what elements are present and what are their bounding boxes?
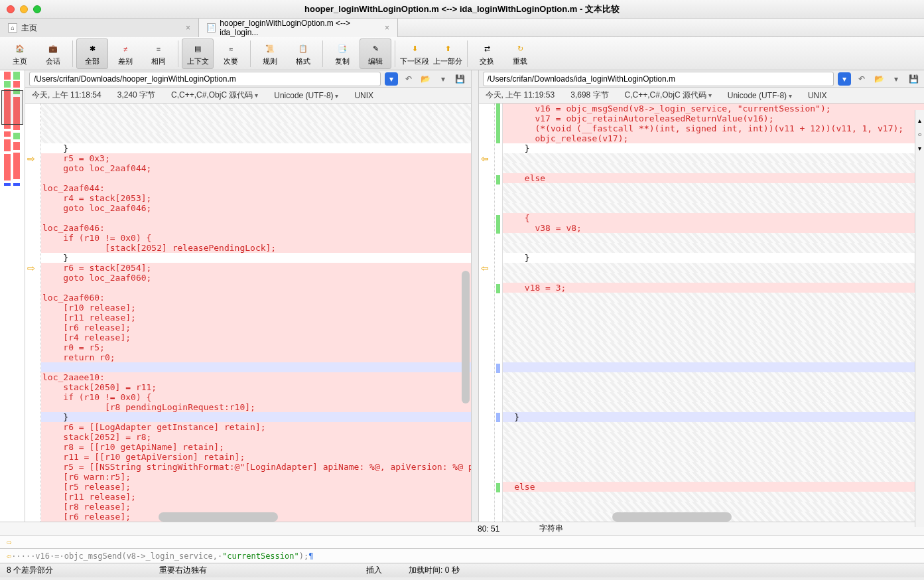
code-line[interactable] <box>41 113 471 123</box>
code-line[interactable]: r6 = [[LogAdapter getInstance] retain]; <box>41 422 471 432</box>
code-line[interactable]: r11 = [[r10 getApiVersion] retain]; <box>41 452 471 462</box>
code-line[interactable] <box>503 183 925 193</box>
undo-icon[interactable]: ↶ <box>402 72 415 86</box>
meta-lang-dropdown[interactable]: C,C++,C#,ObjC 源代码 <box>625 90 712 101</box>
copy-button[interactable]: 📑复制 <box>326 38 358 69</box>
code-line[interactable] <box>503 303 925 313</box>
code-line[interactable] <box>503 263 925 273</box>
minor-button[interactable]: ≈次要 <box>215 38 247 69</box>
code-line[interactable]: r6 = stack[2054]; <box>41 263 471 273</box>
code-line[interactable]: } <box>503 253 925 263</box>
code-line[interactable] <box>503 203 925 213</box>
code-line[interactable]: if (r10 != 0x0) { <box>41 233 471 243</box>
all-button[interactable]: ✱全部 <box>76 38 108 69</box>
code-line[interactable] <box>41 123 471 133</box>
dropdown-icon[interactable]: ▾ <box>838 72 851 86</box>
code-line[interactable]: } <box>503 412 925 422</box>
code-line[interactable] <box>503 193 925 203</box>
code-line[interactable] <box>41 173 471 183</box>
code-line[interactable]: { <box>503 213 925 223</box>
code-line[interactable] <box>503 293 925 303</box>
code-line[interactable]: [r11 release]; <box>41 313 471 323</box>
diff-button[interactable]: ≠差别 <box>109 38 141 69</box>
code-line[interactable]: loc_2aaee10: <box>41 372 471 382</box>
undo-icon[interactable]: ↶ <box>855 72 868 86</box>
code-line[interactable]: return r0; <box>41 352 471 362</box>
tab-home[interactable]: ⌂ 主页 × <box>0 19 199 37</box>
diff-arrow-icon[interactable]: ⇨ <box>27 263 35 273</box>
code-line[interactable]: r5 = 0x3; <box>41 153 471 163</box>
code-line[interactable]: loc_2aaf060: <box>41 293 471 303</box>
code-line[interactable] <box>503 402 925 412</box>
code-line[interactable]: [r8 release]; <box>41 502 471 512</box>
code-line[interactable]: [r5 release]; <box>41 482 471 492</box>
code-line[interactable]: } <box>41 143 471 153</box>
code-line[interactable]: [r6 release]; <box>41 323 471 332</box>
code-line[interactable]: (*(void (__fastcall **)(int, signed int,… <box>503 123 925 133</box>
code-line[interactable] <box>503 342 925 352</box>
scrollbar-horizontal[interactable] <box>612 512 732 522</box>
code-line[interactable]: stack[2050] = r11; <box>41 382 471 392</box>
code-line[interactable]: [r11 release]; <box>41 492 471 502</box>
close-icon[interactable]: × <box>186 23 190 33</box>
code-line[interactable] <box>503 392 925 402</box>
format-button[interactable]: 📋格式 <box>287 38 319 69</box>
code-line[interactable]: r4 = stack[2053]; <box>41 193 471 203</box>
code-line[interactable]: [r8 pendingLoginRequest:r10]; <box>41 402 471 412</box>
code-line[interactable]: else <box>503 173 925 183</box>
code-line[interactable] <box>503 492 925 502</box>
close-icon[interactable]: × <box>385 23 389 33</box>
code-line[interactable]: objc_release(v17); <box>503 133 925 143</box>
code-line[interactable] <box>503 432 925 442</box>
code-line[interactable] <box>503 442 925 452</box>
left-code-area[interactable]: ⇨⇨ } r5 = 0x3; goto loc_2aaf044;loc_2aaf… <box>25 104 471 522</box>
code-line[interactable]: [r4 release]; <box>41 332 471 342</box>
code-line[interactable]: r8 = [[r10 getApiName] retain]; <box>41 442 471 452</box>
code-line[interactable]: [r6 warn:r5]; <box>41 472 471 482</box>
rules-button[interactable]: 📜规则 <box>254 38 286 69</box>
same-button[interactable]: =相同 <box>143 38 174 69</box>
code-line[interactable]: goto loc_2aaf060; <box>41 273 471 283</box>
edit-button[interactable]: ✎编辑 <box>360 38 391 69</box>
next-section-button[interactable]: ⬇下一区段 <box>399 38 430 69</box>
code-line[interactable] <box>41 362 471 372</box>
code-line[interactable] <box>503 502 925 512</box>
left-path-input[interactable] <box>29 72 381 86</box>
right-path-input[interactable] <box>483 72 834 86</box>
code-line[interactable]: goto loc_2aaf044; <box>41 163 471 173</box>
code-line[interactable]: loc_2aaf044: <box>41 183 471 193</box>
save-icon[interactable]: 💾 <box>907 72 920 86</box>
prev-section-button[interactable]: ⬆上一部分 <box>432 38 464 69</box>
tab-compare[interactable]: 📄 hooper_loginWithLoginOption.m <--> ida… <box>199 19 398 37</box>
diff-arrow-icon[interactable]: ⇦ <box>481 153 489 164</box>
save-icon[interactable]: 💾 <box>454 72 467 86</box>
code-line[interactable]: } <box>503 143 925 153</box>
code-line[interactable] <box>41 213 471 223</box>
code-line[interactable] <box>503 273 925 283</box>
code-line[interactable] <box>503 422 925 432</box>
swap-button[interactable]: ⇄交换 <box>471 38 503 69</box>
code-line[interactable]: if (r10 != 0x0) { <box>41 392 471 402</box>
code-line[interactable]: v17 = objc_retainAutoreleasedReturnValue… <box>503 113 925 123</box>
folder-open-icon[interactable]: 📂 <box>872 72 886 86</box>
meta-encoding-dropdown[interactable]: Unicode (UTF-8) <box>728 91 792 100</box>
code-line[interactable]: r5 = [[NSString stringWithFormat:@"[Logi… <box>41 462 471 472</box>
code-line[interactable]: [r10 release]; <box>41 303 471 313</box>
diff-arrow-icon[interactable]: ⇦ <box>481 263 489 273</box>
reload-button[interactable]: ↻重载 <box>504 38 536 69</box>
meta-lang-dropdown[interactable]: C,C++,C#,ObjC 源代码 <box>171 90 258 101</box>
code-line[interactable] <box>503 362 925 372</box>
code-line[interactable]: goto loc_2aaf046; <box>41 203 471 213</box>
code-line[interactable]: [stack[2052] releasePendingLock]; <box>41 243 471 253</box>
pane-divider[interactable] <box>471 70 479 522</box>
code-line[interactable] <box>503 233 925 243</box>
code-line[interactable]: loc_2aaf046: <box>41 223 471 233</box>
code-line[interactable]: } <box>41 253 471 263</box>
code-line[interactable] <box>503 163 925 173</box>
code-line[interactable]: v38 = v8; <box>503 223 925 233</box>
meta-encoding-dropdown[interactable]: Unicode (UTF-8) <box>274 91 338 100</box>
code-line[interactable] <box>41 133 471 143</box>
scrollbar-vertical[interactable] <box>462 271 470 403</box>
minimap-viewport[interactable] <box>1 90 23 125</box>
code-line[interactable]: v18 = 3; <box>503 283 925 293</box>
